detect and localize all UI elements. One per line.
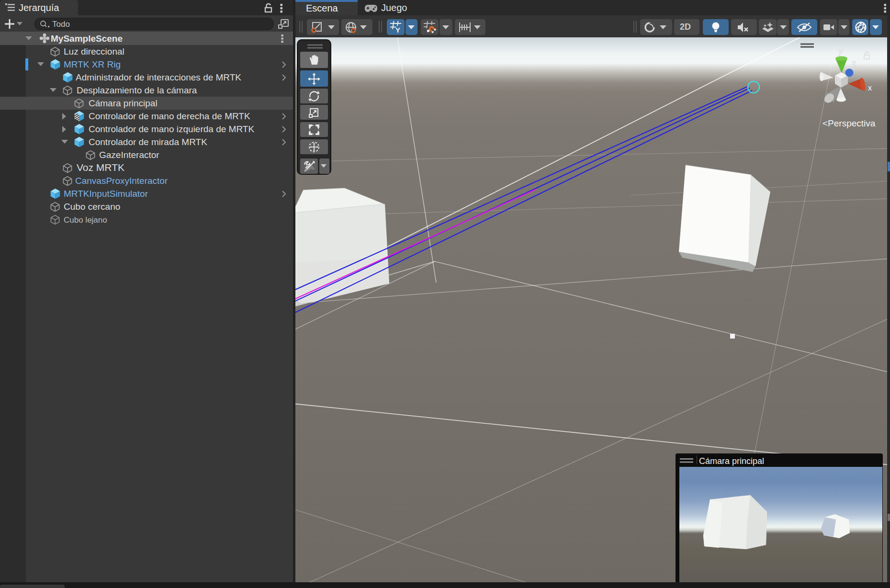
svg-text:Y: Y	[395, 26, 400, 33]
svg-text:y: y	[839, 47, 843, 56]
svg-text:x: x	[868, 84, 872, 92]
svg-text:z: z	[852, 59, 856, 68]
svg-text:<Perspectiva: <Perspectiva	[822, 118, 876, 128]
